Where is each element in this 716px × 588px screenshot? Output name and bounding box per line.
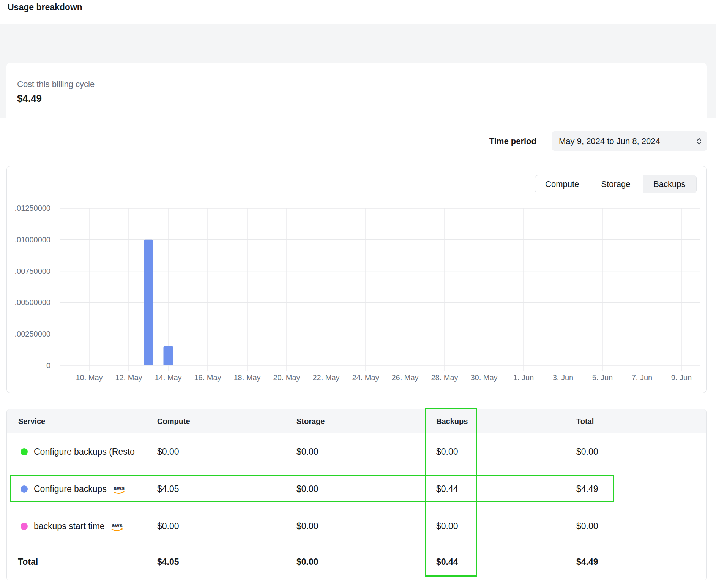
backups-value: $0.00 (436, 521, 576, 531)
storage-value: $0.00 (296, 484, 436, 494)
svg-text:aws: aws (112, 522, 123, 528)
cost-card-label: Cost this billing cycle (17, 79, 696, 89)
service-name: Configure backups (Resto (34, 447, 135, 457)
series-color-dot (21, 523, 28, 530)
usage-chart[interactable]: 0.00250000.00500000.00750000.01000000.01… (7, 166, 707, 394)
x-axis-tick-label: 28. May (431, 373, 458, 382)
x-axis-tick-label: 7. Jun (632, 373, 652, 382)
y-axis-tick-label: .00250000 (14, 330, 50, 338)
svg-text:aws: aws (114, 485, 125, 491)
x-axis-tick-label: 16. May (194, 373, 221, 382)
x-axis-tick-label: 24. May (352, 373, 379, 382)
x-axis-tick-label: 9. Jun (671, 373, 692, 382)
total-storage: $0.00 (296, 557, 436, 567)
time-period-select[interactable]: May 9, 2024 to Jun 8, 2024 (552, 131, 707, 151)
y-axis-tick-label: .00500000 (14, 298, 50, 307)
col-header-backups: Backups (436, 417, 576, 426)
x-axis-tick-label: 1. Jun (513, 373, 534, 382)
storage-value: $0.00 (296, 521, 436, 531)
usage-bar[interactable] (144, 240, 153, 365)
total-compute: $4.05 (157, 557, 296, 567)
y-axis-tick-label: .01000000 (14, 236, 50, 244)
usage-breakdown-page: Usage breakdown Cost this billing cycle … (0, 0, 716, 588)
cost-card-value: $4.49 (17, 93, 696, 104)
series-color-dot (21, 485, 28, 493)
x-axis-tick-label: 14. May (155, 373, 181, 382)
total-backups: $0.44 (436, 557, 576, 567)
col-header-compute: Compute (157, 417, 296, 426)
table-row: backups start timeaws$0.00$0.00$0.00$0.0… (7, 507, 706, 545)
tab-compute[interactable]: Compute (535, 175, 589, 193)
tab-backups[interactable]: Backups (643, 175, 696, 193)
total-value: $4.49 (576, 484, 706, 494)
table-row: Configure backups (Resto$0.00$0.00$0.00$… (7, 433, 706, 470)
cost-summary-band: Cost this billing cycle $4.49 (0, 24, 716, 118)
x-axis-tick-label: 18. May (233, 373, 260, 382)
table-row: Configure backupsaws$4.05$0.00$0.44$4.49 (7, 470, 706, 507)
table-body: Configure backups (Resto$0.00$0.00$0.00$… (7, 433, 706, 545)
x-axis-tick-label: 10. May (76, 373, 103, 382)
page-title: Usage breakdown (8, 2, 82, 13)
usage-bar[interactable] (164, 346, 173, 365)
col-header-total: Total (576, 417, 706, 426)
storage-value: $0.00 (296, 447, 436, 457)
total-value: $0.00 (576, 521, 706, 531)
cost-card: Cost this billing cycle $4.49 (6, 63, 707, 134)
service-cell: Configure backupsaws (7, 483, 157, 495)
compute-value: $0.00 (157, 521, 296, 531)
time-period-label: Time period (456, 131, 536, 151)
aws-icon: aws (110, 522, 125, 532)
aws-icon: aws (112, 485, 127, 495)
x-axis-tick-label: 12. May (115, 373, 142, 382)
y-axis-tick-label: .01250000 (14, 204, 50, 212)
backups-value: $0.44 (436, 484, 576, 494)
table-header: Service Compute Storage Backups Total (7, 409, 706, 433)
x-axis-tick-label: 30. May (470, 373, 497, 382)
time-period-value: May 9, 2024 to Jun 8, 2024 (559, 136, 660, 146)
x-axis-tick-label: 5. Jun (592, 373, 613, 382)
service-name: backups start time (34, 521, 105, 531)
col-header-storage: Storage (296, 417, 436, 426)
service-cell: backups start timeaws (7, 520, 157, 532)
y-axis-tick-label: 0 (46, 361, 50, 370)
tab-storage[interactable]: Storage (589, 175, 642, 193)
x-axis-tick-label: 20. May (273, 373, 300, 382)
col-header-service: Service (7, 417, 157, 426)
total-label: Total (7, 557, 157, 567)
total-value: $0.00 (576, 447, 706, 457)
chart-tabs: ComputeStorageBackups (535, 175, 697, 193)
usage-chart-panel: 0.00250000.00500000.00750000.01000000.01… (6, 166, 707, 393)
cost-table: Service Compute Storage Backups Total Co… (6, 409, 707, 580)
table-total-row: Total $4.05 $0.00 $0.44 $4.49 (7, 545, 706, 579)
x-axis-tick-label: 26. May (391, 373, 418, 382)
service-name: Configure backups (34, 484, 107, 494)
y-axis-tick-label: .00750000 (14, 267, 50, 275)
service-cell: Configure backups (Resto (7, 447, 157, 457)
series-color-dot (21, 448, 28, 455)
x-axis-tick-label: 3. Jun (553, 373, 573, 382)
compute-value: $0.00 (157, 447, 296, 457)
backups-value: $0.00 (436, 447, 576, 457)
x-axis-tick-label: 22. May (312, 373, 339, 382)
compute-value: $4.05 (157, 484, 296, 494)
total-total: $4.49 (576, 557, 706, 567)
chevron-up-down-icon (696, 137, 702, 146)
